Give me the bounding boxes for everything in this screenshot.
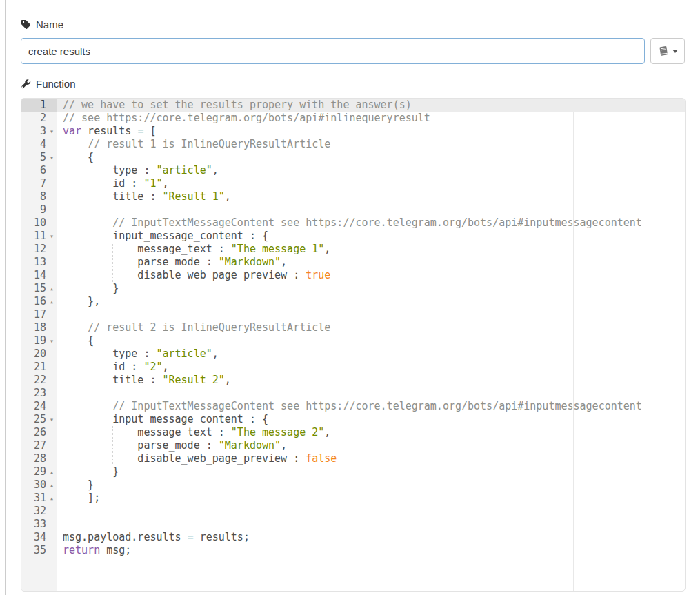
- line-number: 12: [21, 243, 46, 256]
- gutter-cell: 4: [21, 138, 57, 151]
- fold-end-icon[interactable]: ▴: [46, 478, 57, 492]
- code-line[interactable]: // result 2 is InlineQueryResultArticle: [57, 321, 685, 334]
- code-line[interactable]: // InputTextMessageContent see https://c…: [57, 216, 685, 230]
- line-number: 20: [21, 347, 46, 361]
- gutter-cell: 24: [21, 400, 57, 413]
- code-line[interactable]: }: [57, 478, 685, 492]
- code-line[interactable]: title : "Result 1",: [57, 190, 685, 203]
- line-number: 23: [21, 387, 46, 400]
- code-line[interactable]: [57, 518, 685, 531]
- gutter-cell: 15▴: [21, 282, 57, 295]
- fold-open-icon[interactable]: ▾: [46, 151, 57, 164]
- code-line[interactable]: return msg;: [57, 544, 685, 557]
- indent-guide: [112, 243, 113, 282]
- fold-open-icon[interactable]: ▾: [46, 334, 57, 347]
- code-line[interactable]: id : "2",: [57, 361, 685, 374]
- code-line[interactable]: [57, 308, 685, 321]
- code-line[interactable]: }: [57, 282, 685, 295]
- line-number: 13: [21, 256, 46, 269]
- line-number: 14: [21, 269, 46, 282]
- code-line[interactable]: // we have to set the results propery wi…: [57, 99, 685, 112]
- gutter-cell: 19▾: [21, 334, 57, 347]
- gutter-cell: 14: [21, 269, 57, 282]
- line-number: 35: [21, 544, 46, 557]
- line-number: 10: [21, 216, 46, 230]
- gutter-cell: 33: [21, 518, 57, 531]
- line-number: 15: [21, 282, 46, 295]
- line-number: 31: [21, 492, 46, 505]
- code-line[interactable]: input_message_content : {: [57, 230, 685, 243]
- function-node-edit-panel: Name Function: [0, 0, 700, 595]
- code-line[interactable]: // see https://core.telegram.org/bots/ap…: [57, 112, 685, 125]
- code-line[interactable]: msg.payload.results = results;: [57, 531, 685, 544]
- indent-guide: [88, 164, 88, 295]
- code-line[interactable]: message_text : "The message 2",: [57, 426, 685, 439]
- code-line[interactable]: // result 1 is InlineQueryResultArticle: [57, 138, 685, 151]
- line-number: 25: [21, 413, 46, 426]
- line-number: 2: [21, 112, 46, 125]
- indent-guide: [88, 347, 88, 478]
- gutter-cell: 32: [21, 505, 57, 518]
- fold-open-icon[interactable]: ▾: [46, 125, 57, 138]
- line-number: 8: [21, 190, 46, 203]
- code-line[interactable]: id : "1",: [57, 177, 685, 190]
- code-editor[interactable]: 123▾45▾67891011▾12131415▴16▴171819▾20212…: [21, 98, 686, 592]
- code-line[interactable]: {: [57, 151, 685, 164]
- fold-end-icon[interactable]: ▴: [46, 465, 57, 478]
- code-line[interactable]: message_text : "The message 1",: [57, 243, 685, 256]
- gutter-cell: 7: [21, 177, 57, 190]
- gutter-cell: 17: [21, 308, 57, 321]
- caret-down-icon: [672, 50, 678, 53]
- code-line[interactable]: },: [57, 295, 685, 308]
- gutter-cell: 3▾: [21, 125, 57, 138]
- gutter-cell: 2: [21, 112, 57, 125]
- gutter-cell: 31▴: [21, 492, 57, 505]
- gutter-cell: 16▴: [21, 295, 57, 308]
- gutter-cell: 22: [21, 374, 57, 387]
- gutter-cell: 29▴: [21, 465, 57, 478]
- code-line[interactable]: disable_web_page_preview : false: [57, 452, 685, 465]
- gutter-cell: 35: [21, 544, 57, 557]
- line-number: 5: [21, 151, 46, 164]
- line-number: 34: [21, 531, 46, 544]
- line-number: 6: [21, 164, 46, 177]
- code-line[interactable]: }: [57, 465, 685, 478]
- gutter-cell: 34: [21, 531, 57, 544]
- line-number: 17: [21, 308, 46, 321]
- code-line[interactable]: parse_mode : "Markdown",: [57, 256, 685, 269]
- gutter-cell: 20: [21, 347, 57, 361]
- line-number: 33: [21, 518, 46, 531]
- fold-end-icon[interactable]: ▴: [46, 492, 57, 505]
- gutter-cell: 28: [21, 452, 57, 465]
- code-area[interactable]: // we have to set the results propery wi…: [57, 99, 685, 591]
- code-line[interactable]: [57, 387, 685, 400]
- code-line[interactable]: title : "Result 2",: [57, 374, 685, 387]
- line-number: 21: [21, 361, 46, 374]
- wrench-icon: [21, 79, 31, 89]
- fold-open-icon[interactable]: ▾: [46, 413, 57, 426]
- code-line[interactable]: // InputTextMessageContent see https://c…: [57, 400, 685, 413]
- code-line[interactable]: [57, 203, 685, 216]
- fold-end-icon[interactable]: ▴: [46, 282, 57, 295]
- code-line[interactable]: type : "article",: [57, 347, 685, 361]
- name-label: Name: [21, 19, 686, 30]
- code-line[interactable]: var results = [: [57, 125, 685, 138]
- line-number: 1: [21, 99, 46, 112]
- code-line[interactable]: {: [57, 334, 685, 347]
- code-line[interactable]: [57, 505, 685, 518]
- code-line[interactable]: ];: [57, 492, 685, 505]
- fold-open-icon[interactable]: ▾: [46, 230, 57, 243]
- gutter-cell: 26: [21, 426, 57, 439]
- fold-end-icon[interactable]: ▴: [46, 295, 57, 308]
- gutter-cell: 8: [21, 190, 57, 203]
- gutter-cell: 21: [21, 361, 57, 374]
- name-input[interactable]: [21, 38, 645, 64]
- code-line[interactable]: parse_mode : "Markdown",: [57, 439, 685, 452]
- gutter-cell: 18: [21, 321, 57, 334]
- library-button[interactable]: [650, 38, 685, 64]
- code-line[interactable]: disable_web_page_preview : true: [57, 269, 685, 282]
- gutter-cell: 25▾: [21, 413, 57, 426]
- code-line[interactable]: input_message_content : {: [57, 413, 685, 426]
- code-line[interactable]: type : "article",: [57, 164, 685, 177]
- line-number: 18: [21, 321, 46, 334]
